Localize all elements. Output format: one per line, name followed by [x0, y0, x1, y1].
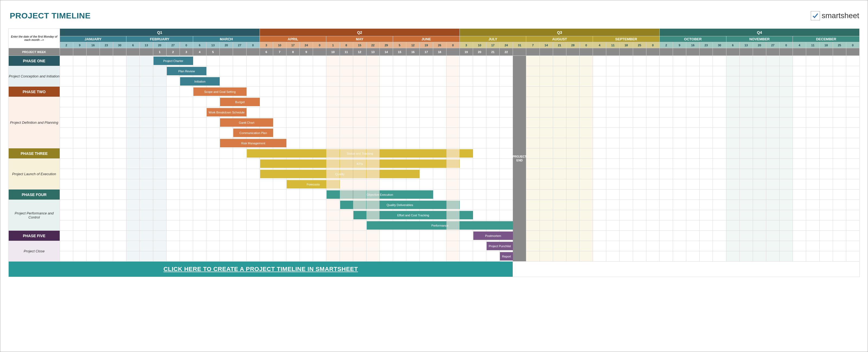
grid-cell — [713, 138, 726, 148]
grid-cell — [233, 179, 246, 189]
grid-cell — [713, 117, 726, 128]
month-header: APRIL — [259, 36, 326, 42]
grid-cell — [526, 138, 539, 148]
grid-cell — [846, 97, 859, 107]
grid-cell — [86, 159, 99, 169]
grid-cell — [420, 148, 433, 159]
grid-cell — [60, 189, 73, 200]
grid-cell — [140, 97, 153, 107]
grid-cell — [806, 76, 819, 86]
grid-cell — [446, 251, 460, 261]
grid-cell — [126, 117, 140, 128]
grid-cell — [273, 97, 286, 107]
grid-cell — [686, 128, 700, 138]
grid-cell — [460, 231, 473, 241]
grid-cell — [580, 76, 593, 86]
day-header: 6 — [193, 42, 206, 48]
grid-cell — [313, 86, 326, 97]
grid-cell — [539, 56, 553, 66]
grid-cell — [793, 128, 806, 138]
grid-cell — [606, 117, 620, 128]
grid-cell — [739, 138, 753, 148]
cta-link[interactable]: CLICK HERE TO CREATE A PROJECT TIMELINE … — [9, 261, 513, 277]
grid-cell — [140, 210, 153, 220]
grid-cell — [180, 86, 193, 97]
grid-cell — [793, 189, 806, 200]
grid-cell — [526, 179, 539, 189]
project-week-cell: 6 — [259, 48, 273, 56]
brand-logo: smartsheet — [811, 11, 860, 20]
grid-cell — [379, 138, 393, 148]
grid-cell — [460, 179, 473, 189]
grid-cell — [140, 251, 153, 261]
grid-cell — [286, 251, 300, 261]
grid-cell — [246, 169, 259, 179]
grid-cell: Quality — [259, 169, 273, 179]
phase-sublabel: Project Close — [9, 241, 60, 261]
grid-cell — [793, 76, 806, 86]
project-week-cell: 20 — [473, 48, 486, 56]
day-header: 21 — [553, 42, 566, 48]
grid-cell — [60, 128, 73, 138]
grid-cell — [726, 220, 739, 231]
grid-cell — [606, 210, 620, 220]
grid-cell — [780, 138, 793, 148]
grid-cell — [780, 117, 793, 128]
grid-cell — [739, 210, 753, 220]
day-header: 20 — [220, 42, 233, 48]
grid-cell — [273, 138, 286, 148]
grid-cell — [379, 231, 393, 241]
phase-sublabel: Project Launch of Execution — [9, 159, 60, 189]
grid-cell — [259, 241, 273, 251]
grid-cell — [673, 66, 686, 76]
grid-cell — [406, 117, 420, 128]
grid-cell — [553, 159, 566, 169]
grid-cell — [313, 179, 326, 189]
grid-cell — [99, 159, 113, 169]
grid-cell — [366, 97, 379, 107]
grid-cell — [539, 107, 553, 117]
cta-cell[interactable]: CLICK HERE TO CREATE A PROJECT TIMELINE … — [9, 261, 513, 277]
grid-cell — [153, 148, 166, 159]
grid-cell — [433, 200, 446, 210]
grid-cell — [580, 189, 593, 200]
grid-cell — [473, 200, 486, 210]
grid-cell — [353, 76, 366, 86]
grid-cell — [166, 107, 180, 117]
grid-cell — [353, 169, 366, 179]
grid-cell — [646, 107, 659, 117]
grid-cell — [166, 97, 180, 107]
grid-cell — [60, 159, 73, 169]
grid-cell — [406, 179, 420, 189]
grid-cell — [326, 241, 340, 251]
task-bar: Report — [500, 252, 513, 260]
grid-cell — [473, 148, 486, 159]
grid-cell — [86, 189, 99, 200]
grid-cell — [593, 148, 606, 159]
grid-cell — [753, 66, 766, 76]
grid-cell — [819, 231, 833, 241]
grid-cell — [486, 76, 500, 86]
grid-cell — [753, 148, 766, 159]
grid-cell — [766, 138, 780, 148]
day-header: 2 — [60, 42, 73, 48]
grid-cell — [726, 107, 739, 117]
grid-cell — [300, 86, 313, 97]
grid-cell — [766, 220, 780, 231]
grid-cell — [286, 210, 300, 220]
grid-cell — [606, 107, 620, 117]
grid-cell — [379, 107, 393, 117]
grid-cell — [259, 56, 273, 66]
grid-cell — [140, 148, 153, 159]
grid-cell — [819, 97, 833, 107]
grid-cell — [300, 189, 313, 200]
grid-cell — [713, 210, 726, 220]
day-header: 16 — [686, 42, 700, 48]
grid-cell — [446, 107, 460, 117]
grid-cell — [193, 107, 206, 117]
grid-cell — [526, 107, 539, 117]
grid-cell — [166, 148, 180, 159]
grid-cell — [273, 210, 286, 220]
grid-cell — [86, 97, 99, 107]
grid-cell — [726, 76, 739, 86]
